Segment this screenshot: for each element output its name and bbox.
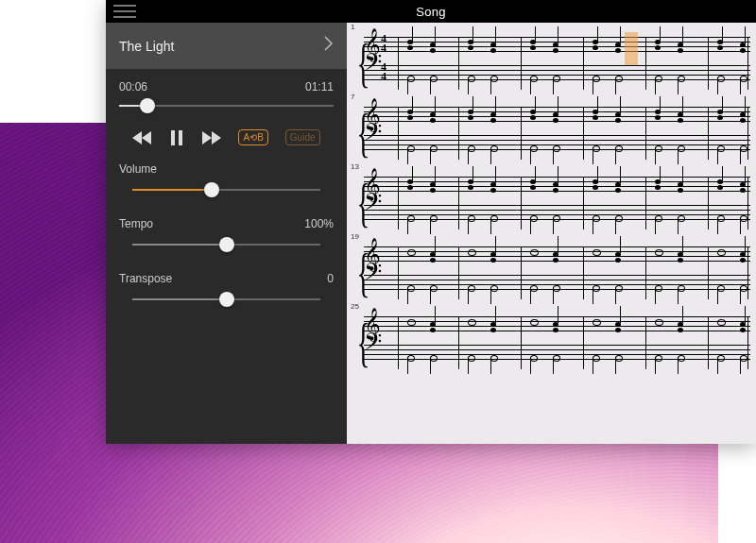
- time-readout: 00:06 01:11: [106, 69, 347, 97]
- note-stem: [655, 217, 656, 234]
- song-selector-row[interactable]: The Light: [106, 23, 347, 69]
- note: [615, 145, 623, 152]
- note: [678, 322, 682, 333]
- note-stem: [495, 26, 496, 43]
- note-stem: [615, 147, 616, 164]
- note: [615, 215, 623, 222]
- barline: [708, 316, 709, 369]
- fast-forward-button[interactable]: [200, 130, 221, 145]
- note: [407, 319, 416, 326]
- note: [407, 285, 415, 292]
- pause-button[interactable]: [170, 130, 183, 145]
- barline: [458, 37, 459, 90]
- barline: [398, 316, 399, 369]
- transpose-param: Transpose 0: [106, 272, 347, 308]
- note: [407, 145, 415, 152]
- tempo-label: Tempo: [119, 217, 153, 230]
- note-stem: [468, 287, 469, 304]
- barline: [747, 246, 748, 299]
- transpose-slider-thumb[interactable]: [219, 292, 234, 307]
- bar-number: 19: [351, 232, 359, 241]
- note: [468, 319, 476, 326]
- note-stem: [740, 147, 741, 164]
- rewind-button[interactable]: [132, 130, 153, 145]
- app-body: The Light 00:06 01:11: [106, 23, 756, 444]
- note-stem: [655, 147, 656, 164]
- playback-slider[interactable]: [119, 97, 334, 114]
- note-stem: [597, 26, 598, 43]
- note-stem: [740, 77, 741, 94]
- bass-clef-icon: 𝄢: [364, 259, 382, 292]
- barline: [708, 177, 709, 229]
- note: [430, 145, 438, 152]
- app-window: Song The Light 00:06 01:11: [106, 0, 756, 444]
- barline: [708, 37, 709, 90]
- note: [553, 182, 558, 194]
- note-stem: [620, 96, 621, 113]
- ab-repeat-button[interactable]: A⟲B: [238, 129, 267, 145]
- note: [717, 355, 725, 362]
- note: [593, 285, 600, 292]
- playback-slider-thumb[interactable]: [140, 98, 155, 113]
- volume-slider[interactable]: [132, 181, 320, 198]
- note-stem: [530, 147, 531, 164]
- note: [740, 322, 745, 333]
- note-stem: [468, 357, 469, 374]
- guide-button[interactable]: Guide: [285, 129, 320, 145]
- note: [430, 76, 438, 82]
- barline: [645, 107, 646, 160]
- note: [593, 215, 600, 222]
- note: [468, 215, 475, 222]
- note: [678, 285, 685, 292]
- hamburger-menu-button[interactable]: [113, 0, 136, 23]
- note-stem: [717, 217, 718, 234]
- note-stem: [717, 147, 718, 164]
- note-stem: [495, 96, 496, 113]
- tempo-slider-thumb[interactable]: [219, 237, 234, 252]
- note: [430, 42, 435, 54]
- note: [490, 182, 495, 194]
- note-stem: [430, 77, 431, 94]
- note: [655, 319, 663, 326]
- volume-slider-thumb[interactable]: [204, 182, 219, 197]
- note: [490, 145, 498, 152]
- note: [717, 76, 725, 82]
- barline: [583, 177, 584, 229]
- note-stem: [717, 357, 718, 374]
- note-stem: [620, 306, 621, 323]
- note-stem: [412, 166, 413, 183]
- note: [530, 355, 538, 362]
- note: [553, 112, 558, 124]
- transpose-slider[interactable]: [132, 291, 320, 308]
- note: [530, 285, 538, 292]
- tempo-slider[interactable]: [132, 236, 320, 253]
- note: [740, 112, 745, 124]
- note: [553, 322, 558, 333]
- note: [530, 145, 538, 152]
- note-stem: [495, 236, 496, 253]
- volume-param: Volume: [106, 162, 347, 198]
- note: [678, 182, 682, 194]
- note: [553, 145, 560, 152]
- note-stem: [490, 77, 491, 94]
- note: [740, 355, 747, 362]
- note: [468, 285, 475, 292]
- note: [430, 252, 435, 263]
- note-stem: [430, 357, 431, 374]
- time-signature: 44: [381, 62, 387, 81]
- note: [717, 215, 725, 222]
- note: [553, 355, 560, 362]
- note-stem: [430, 287, 431, 304]
- note: [490, 76, 498, 82]
- note: [678, 252, 682, 263]
- note: [430, 322, 435, 333]
- note-stem: [717, 287, 718, 304]
- barline: [645, 37, 646, 90]
- bass-clef-icon: 𝄢: [364, 49, 382, 82]
- barline: [747, 177, 748, 229]
- time-total: 01:11: [305, 80, 334, 93]
- transpose-value: 0: [327, 272, 334, 285]
- note-stem: [412, 26, 413, 43]
- note: [490, 285, 498, 292]
- score-view[interactable]: 1{𝄞44𝄢447{𝄞𝄢13{𝄞𝄢19{𝄞𝄢25{𝄞𝄢: [347, 23, 756, 444]
